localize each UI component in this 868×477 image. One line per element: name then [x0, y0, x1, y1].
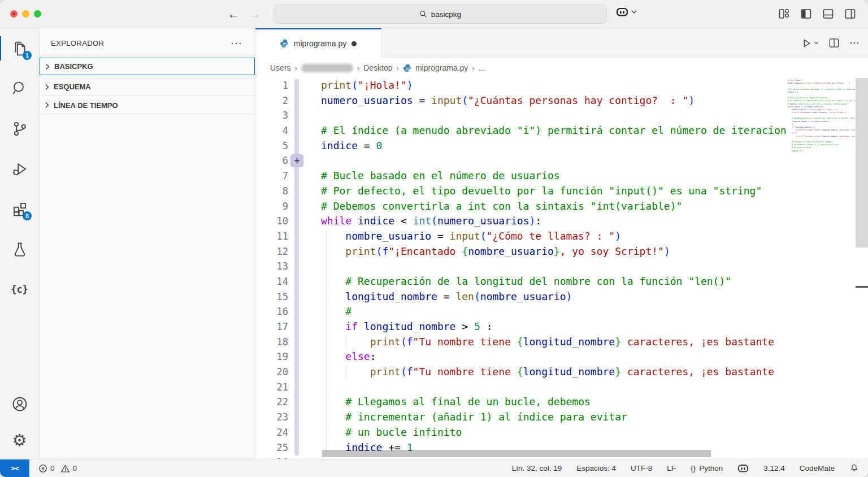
breadcrumb-username-redacted[interactable] — [301, 64, 353, 72]
language-mode[interactable]: {} Python — [691, 464, 723, 472]
code-line[interactable]: 11 nombre_usuario = input("¿Cómo te llam… — [255, 229, 787, 244]
code-line[interactable]: 22 # Llegamos al final de un bucle, debe… — [255, 394, 787, 410]
line-number[interactable]: 20 — [255, 365, 288, 380]
breadcrumb-file[interactable]: miprograma.py — [415, 63, 468, 72]
code-line[interactable]: 9# Debemos convertirla a int con la sint… — [255, 199, 787, 214]
code-lines[interactable]: 1print("¡Hola!")2numero_usuarios = input… — [255, 78, 787, 459]
sidebar-item-testing[interactable] — [0, 229, 39, 269]
sidebar-item-run-debug[interactable] — [0, 149, 39, 189]
vertical-scrollbar[interactable] — [856, 78, 868, 248]
code-line[interactable]: 23 # incrementar (añadir 1) al índice pa… — [255, 410, 787, 425]
line-number[interactable]: 5 — [255, 138, 288, 154]
back-arrow-icon[interactable]: ← — [228, 6, 240, 22]
code-line[interactable]: 13 — [255, 259, 787, 274]
indentation[interactable]: Espacios: 4 — [576, 464, 616, 472]
sidebar-item-cmake[interactable]: {c} — [0, 269, 39, 309]
toggle-primary-sidebar-icon[interactable] — [801, 8, 811, 19]
breadcrumb-users[interactable]: Users — [270, 63, 291, 72]
line-number[interactable]: 23 — [255, 410, 288, 425]
account-button[interactable] — [0, 385, 39, 422]
line-number[interactable]: 19 — [255, 349, 288, 365]
sidebar-item-search[interactable] — [0, 68, 39, 109]
sidebar-item-source-control[interactable] — [0, 109, 39, 149]
run-python-button[interactable] — [802, 38, 819, 48]
code-line[interactable]: 20 print(f"Tu nombre tiene {longitud_nom… — [255, 365, 787, 380]
line-number[interactable]: 17 — [255, 319, 288, 335]
line-number[interactable]: 8 — [255, 184, 288, 199]
line-number[interactable]: 3 — [255, 108, 288, 123]
line-number[interactable]: 24 — [255, 425, 288, 440]
python-version[interactable]: 3.12.4 — [763, 464, 785, 472]
minimize-button[interactable] — [22, 10, 29, 18]
line-number[interactable]: 22 — [255, 394, 288, 410]
line-number[interactable]: 21 — [255, 380, 288, 395]
line-number[interactable]: 6 — [255, 153, 288, 168]
breadcrumb-desktop[interactable]: Desktop — [363, 63, 392, 72]
code-line[interactable]: 10while indice < int(numero_usuarios): — [255, 214, 787, 229]
code-line[interactable]: 15 longitud_nombre = len(nombre_usuario) — [255, 289, 787, 305]
code-line[interactable]: 4# El índice (a menudo abreviado "i") pe… — [255, 123, 787, 138]
code-line[interactable]: 7# Bucle basado en el número de usuarios — [255, 168, 787, 184]
section-basicpkg[interactable]: BASICPKG — [40, 58, 255, 75]
horizontal-scrollbar[interactable] — [322, 450, 711, 457]
code-line[interactable]: 19 else: — [255, 349, 787, 365]
customize-layout-icon[interactable] — [779, 8, 789, 19]
split-editor-icon[interactable] — [829, 38, 839, 48]
section-linea-de-tiempo[interactable]: LÍNEA DE TIEMPO — [40, 97, 255, 114]
tab-miprograma[interactable]: miprograma.py — [255, 28, 381, 58]
problems-indicator[interactable]: 0 0 — [38, 464, 77, 473]
code-area[interactable]: 1print("¡Hola!")2numero_usuarios = input… — [255, 78, 868, 459]
command-center-search[interactable]: basicpkg — [274, 5, 607, 24]
line-number[interactable]: 25 — [255, 440, 288, 456]
code-line[interactable]: 16 # — [255, 304, 787, 319]
views-actions-button[interactable]: ··· — [231, 37, 242, 49]
line-number[interactable]: 9 — [255, 199, 288, 214]
section-esquema[interactable]: ESQUEMA — [40, 78, 255, 96]
minimap[interactable]: print("¡Hola!")numero_usuarios = input("… — [787, 79, 856, 192]
encoding[interactable]: UTF-8 — [631, 464, 652, 472]
cursor-position[interactable]: Lín. 32, col. 19 — [512, 464, 562, 472]
bell-icon[interactable] — [849, 463, 859, 473]
code-line[interactable]: 8# Por defecto, el tipo devuelto por la … — [255, 184, 787, 199]
add-inline-chat-button[interactable]: + — [290, 154, 303, 167]
line-number[interactable]: 13 — [255, 259, 288, 274]
line-number[interactable]: 14 — [255, 274, 288, 289]
code-line[interactable]: 2numero_usuarios = input("¿Cuántas perso… — [255, 93, 787, 109]
code-line[interactable]: 3 — [255, 108, 787, 123]
eol-sequence[interactable]: LF — [667, 464, 676, 472]
modified-indicator[interactable] — [351, 41, 357, 46]
more-actions-button[interactable]: ⋯ — [849, 37, 860, 49]
line-number[interactable]: 7 — [255, 168, 288, 184]
code-line[interactable]: 17 if longitud_nombre > 5 : — [255, 319, 787, 335]
code-line[interactable]: 18 print(f"Tu nombre tiene {longitud_nom… — [255, 335, 787, 350]
line-number[interactable]: 15 — [255, 289, 288, 305]
code-line[interactable]: 21 — [255, 380, 787, 395]
remote-indicator[interactable]: >< — [0, 459, 29, 477]
line-number[interactable]: 16 — [255, 304, 288, 319]
maximize-button[interactable] — [34, 10, 41, 18]
forward-arrow-icon[interactable]: → — [249, 6, 261, 22]
line-number[interactable]: 12 — [255, 244, 288, 259]
code-line[interactable]: 24 # un bucle infinito — [255, 425, 787, 440]
code-line[interactable]: 6 — [255, 153, 787, 168]
close-button[interactable] — [10, 10, 18, 18]
line-number[interactable]: 4 — [255, 123, 288, 138]
line-number[interactable]: 10 — [255, 214, 288, 229]
breadcrumb-symbol[interactable]: ... — [479, 63, 485, 72]
line-number[interactable]: 18 — [255, 335, 288, 350]
line-number[interactable]: 11 — [255, 229, 288, 244]
line-number[interactable]: 2 — [255, 93, 288, 109]
toggle-panel-icon[interactable] — [823, 8, 834, 19]
extension-codemate[interactable]: CodeMate — [800, 464, 835, 472]
code-line[interactable]: 5indice = 0 — [255, 138, 787, 154]
settings-button[interactable]: ⚙ — [0, 422, 39, 459]
sidebar-item-explorer[interactable]: 1 — [0, 28, 39, 68]
line-number[interactable]: 1 — [255, 78, 288, 93]
code-line[interactable]: 12 print(f"¡Encantado {nombre_usuario}, … — [255, 244, 787, 259]
copilot-status-icon[interactable] — [737, 464, 749, 472]
code-line[interactable]: 14 # Recuperación de la longitud del nom… — [255, 274, 787, 289]
line-number[interactable]: 26 — [255, 455, 288, 459]
code-line[interactable]: 1print("¡Hola!") — [255, 78, 787, 93]
toggle-secondary-sidebar-icon[interactable] — [845, 8, 856, 19]
sidebar-item-extensions[interactable]: 8 — [0, 189, 39, 229]
